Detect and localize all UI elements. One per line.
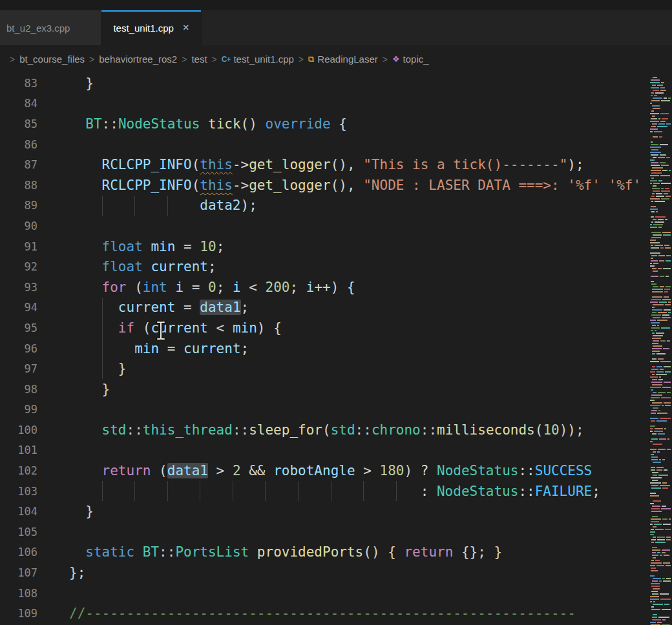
code-line-85[interactable]: 85 BT::NodeStatus tick() override { [0,114,672,134]
line-number[interactable]: 102 [0,464,37,477]
minimap-line [650,382,672,383]
code-line-103[interactable]: 103 : NodeStatus::FAILURE; [0,481,672,502]
line-number[interactable]: 93 [0,281,37,294]
breadcrumb-item-test[interactable]: test [191,54,207,65]
minimap-line [650,371,672,373]
code-line-108[interactable]: 108 [0,583,672,604]
line-number[interactable]: 103 [0,485,37,498]
code-line-109[interactable]: 109//-----------------------------------… [0,603,672,624]
minimap-line [650,116,672,117]
minimap-line [650,147,672,148]
minimap-line [650,441,672,442]
code-line-86[interactable]: 86 [0,134,672,155]
line-number[interactable]: 84 [0,97,37,110]
code-line-91[interactable]: 91 float min = 10; [0,236,672,257]
minimap-line [650,500,672,502]
minimap-line [650,320,672,321]
line-number[interactable]: 91 [0,240,37,253]
line-number[interactable]: 97 [0,362,37,375]
minimap-line [650,322,672,323]
breadcrumb-item-behaviortree-ros2[interactable]: behaviortree_ros2 [99,54,177,65]
code-line-90[interactable]: 90 [0,216,672,236]
code-line-101[interactable]: 101 [0,440,672,461]
line-number[interactable]: 108 [0,587,37,600]
minimap-line [650,193,672,194]
minimap-line [650,516,672,517]
chevron-right-icon: > [212,54,217,65]
line-number[interactable]: 95 [0,322,37,334]
close-tab-icon[interactable]: × [183,21,189,34]
minimap-line [650,338,672,339]
code-line-98[interactable]: 98 } [0,379,672,400]
line-number[interactable]: 92 [0,260,37,273]
indent-guide [233,481,233,502]
line-number[interactable]: 109 [0,607,37,620]
tab-bt_u2_ex3.cpp[interactable]: bt_u2_ex3.cpp [0,10,101,45]
minimap-line [650,304,672,305]
code-content: } [69,73,672,94]
minimap-line [650,526,672,528]
code-line-95[interactable]: 95 if (current < min) { [0,318,672,338]
line-number[interactable]: 100 [0,424,37,436]
tab-test_unit1.cpp[interactable]: test_unit1.cpp× [101,10,201,45]
minimap-line [650,485,672,486]
code-line-93[interactable]: 93 for (int i = 0; i < 200; i++) { [0,277,672,298]
line-number[interactable]: 90 [0,220,37,232]
minimap-line [650,291,672,292]
code-line-89[interactable]: 89 data2); [0,196,672,216]
line-number[interactable]: 94 [0,301,37,314]
code-content: if (current < min) { [69,318,672,338]
minimap-line [650,216,672,218]
code-line-88[interactable]: 88 RCLCPP_INFO(this->get_logger(), "NODE… [0,175,672,196]
line-number[interactable]: 88 [0,179,37,192]
minimap-line [650,333,672,334]
code-line-99[interactable]: 99 [0,400,672,420]
minimap-line [650,296,672,298]
code-line-83[interactable]: 83 } [0,73,672,94]
minimap-line [650,586,672,587]
minimap-line [650,180,672,181]
code-content [69,522,672,542]
code-line-92[interactable]: 92 float current; [0,256,672,277]
code-line-94[interactable]: 94 current = data1; [0,298,672,318]
line-number[interactable]: 107 [0,566,37,579]
minimap-line [650,537,672,538]
code-line-96[interactable]: 96 min = current; [0,338,672,359]
line-number[interactable]: 89 [0,199,37,212]
code-line-107[interactable]: 107}; [0,562,672,583]
minimap-line [650,345,672,347]
line-number[interactable]: 98 [0,383,37,396]
line-number[interactable]: 85 [0,118,37,130]
code-line-87[interactable]: 87 RCLCPP_INFO(this->get_logger(), "This… [0,154,672,175]
minimap-line [650,286,672,287]
line-number[interactable]: 106 [0,546,37,558]
line-number[interactable]: 96 [0,342,37,355]
breadcrumb-item-topic-[interactable]: ❖topic_ [392,54,429,65]
minimap-line [650,580,672,582]
line-number[interactable]: 83 [0,77,37,90]
line-number[interactable]: 86 [0,138,37,151]
minimap-line [650,299,672,300]
code-content [69,440,672,461]
code-line-105[interactable]: 105 [0,522,672,542]
code-content: for (int i = 0; i < 200; i++) { [69,277,672,298]
code-line-100[interactable]: 100 std::this_thread::sleep_for(std::chr… [0,420,672,440]
line-number[interactable]: 105 [0,526,37,538]
line-number[interactable]: 87 [0,158,37,171]
breadcrumb-item-readinglaser[interactable]: ⧉ReadingLaser [308,54,378,65]
code-editor[interactable]: 83 }8485 BT::NodeStatus tick() override … [0,73,672,625]
line-number[interactable]: 101 [0,444,37,456]
code-line-97[interactable]: 97 } [0,358,672,379]
line-number[interactable]: 104 [0,505,37,518]
breadcrumb-item-bt-course-files[interactable]: bt_course_files [19,54,85,65]
code-line-84[interactable]: 84 [0,94,672,114]
breadcrumb-item-test-unit1-cpp[interactable]: C+test_unit1.cpp [222,54,294,65]
minimap-line [650,596,672,597]
minimap-line [650,384,672,385]
minimap-line [650,144,672,145]
minimap[interactable] [649,73,672,625]
code-line-106[interactable]: 106 static BT::PortsList providedPorts()… [0,542,672,563]
code-line-104[interactable]: 104 } [0,501,672,522]
line-number[interactable]: 99 [0,403,37,416]
code-line-102[interactable]: 102 return (data1 > 2 && robotAngle > 18… [0,460,672,481]
